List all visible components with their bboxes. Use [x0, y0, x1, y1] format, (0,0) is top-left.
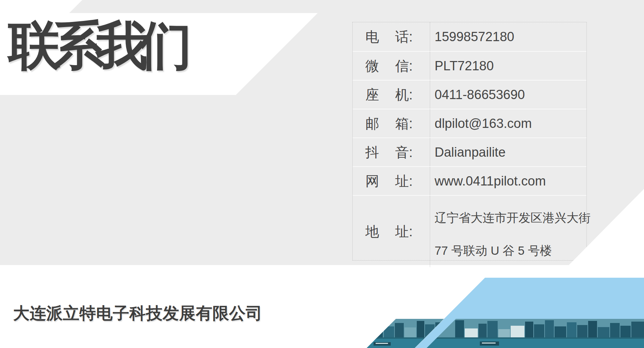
label-char-colon: 箱: [395, 114, 413, 133]
row-label: 微 信: [353, 52, 430, 80]
table-row-wechat: 微 信: PLT72180 [353, 51, 586, 80]
label-char: 电 [365, 27, 379, 46]
label-char-colon: 址: [395, 172, 413, 191]
label-char: 地 [365, 222, 379, 241]
row-label: 邮 箱: [353, 109, 430, 137]
address-line-1: 辽宁省大连市开发区港兴大街 [435, 201, 591, 234]
label-char: 微 [365, 57, 379, 75]
contact-table: 电 话: 15998572180 微 信: PLT72180 座 机: 0411… [352, 22, 587, 261]
label-char-colon: 信: [395, 57, 413, 75]
label-char-colon: 话: [395, 27, 413, 46]
label-char-colon: 机: [395, 85, 413, 104]
label-char: 邮 [365, 114, 379, 133]
blue-parallelogram [415, 278, 644, 348]
label-char: 网 [365, 172, 379, 191]
row-label: 网 址: [353, 167, 430, 195]
label-char: 座 [365, 85, 379, 104]
cityscape-photo-left [363, 318, 644, 348]
table-row-douyin: 抖 音: Dalianpailite [353, 137, 586, 166]
row-label: 座 机: [353, 81, 430, 109]
row-value-phone: 15998572180 [430, 22, 586, 51]
row-value-wechat: PLT72180 [430, 52, 586, 80]
label-char-colon: 址: [395, 222, 413, 241]
table-row-email: 邮 箱: dlpilot@163.com [353, 109, 586, 137]
row-label: 电 话: [353, 22, 430, 51]
row-value-website: www.0411pilot.com [430, 167, 586, 195]
row-label: 抖 音: [353, 138, 430, 166]
row-value-douyin: Dalianpailite [430, 138, 586, 166]
slide-contact-page: 联系我们 电 话: 15998572180 微 信: PLT72180 座 机:… [0, 0, 644, 348]
table-row-website: 网 址: www.0411pilot.com [353, 166, 586, 195]
label-char: 抖 [365, 143, 379, 162]
row-label: 地 址: [353, 196, 430, 267]
page-title: 联系我们 [8, 19, 184, 71]
table-row-phone: 电 话: 15998572180 [353, 22, 586, 51]
label-char-colon: 音: [395, 143, 413, 162]
row-value-email: dlpilot@163.com [430, 109, 586, 137]
table-row-address: 地 址: 辽宁省大连市开发区港兴大街 77 号联动 U 谷 5 号楼 [353, 195, 586, 267]
cityscape-photo-right [411, 318, 644, 348]
address-line-2: 77 号联动 U 谷 5 号楼 [435, 234, 591, 267]
row-value-landline: 0411-86653690 [430, 81, 586, 109]
row-value-address: 辽宁省大连市开发区港兴大街 77 号联动 U 谷 5 号楼 [430, 196, 591, 267]
table-row-landline: 座 机: 0411-86653690 [353, 80, 586, 109]
company-name: 大连派立特电子科技发展有限公司 [13, 302, 263, 324]
